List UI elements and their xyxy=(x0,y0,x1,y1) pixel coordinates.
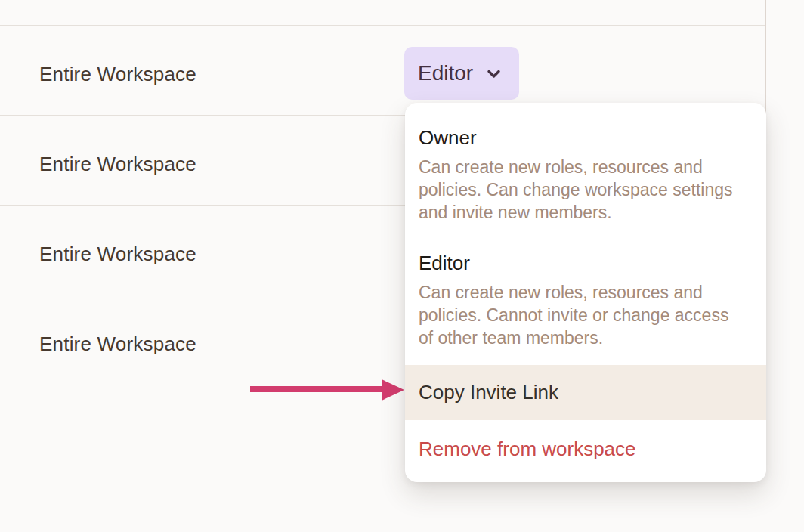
menu-role-editor: Editor Can create new roles, resources a… xyxy=(405,251,766,349)
arrow-head-icon xyxy=(382,379,404,401)
divider xyxy=(0,25,765,26)
workspace-scope-cell: Entire Workspace xyxy=(39,333,196,354)
chevron-down-icon xyxy=(484,63,504,84)
role-dropdown-label: Editor xyxy=(418,61,473,85)
menu-item-owner[interactable]: Owner xyxy=(419,125,753,150)
menu-item-copy-invite-link[interactable]: Copy Invite Link xyxy=(405,365,766,420)
arrow-shaft xyxy=(250,386,385,392)
workspace-scope-cell: Entire Workspace xyxy=(39,63,196,85)
owner-description: Can create new roles, resources and poli… xyxy=(419,156,745,224)
workspace-scope-cell: Entire Workspace xyxy=(39,243,196,264)
workspace-scope-cell: Entire Workspace xyxy=(39,153,196,175)
role-menu: Owner Can create new roles, resources an… xyxy=(405,103,766,482)
menu-item-editor[interactable]: Editor xyxy=(419,251,753,275)
menu-role-owner: Owner Can create new roles, resources an… xyxy=(405,125,766,224)
editor-description: Can create new roles, resources and poli… xyxy=(419,281,745,349)
workspace-members-screen: Entire Workspace Entire Workspace Entire… xyxy=(0,0,804,532)
menu-item-remove-from-workspace[interactable]: Remove from workspace xyxy=(405,420,766,461)
role-dropdown-button[interactable]: Editor xyxy=(404,47,519,100)
